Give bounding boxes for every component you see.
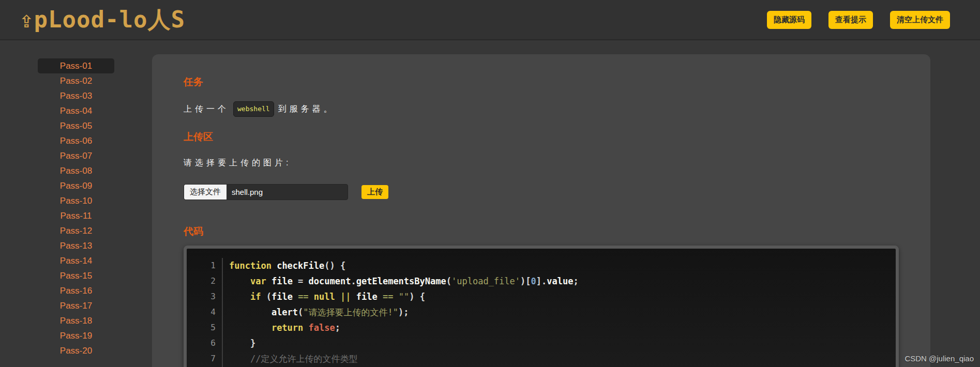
line-number: 4 — [187, 304, 223, 320]
webshell-code-badge: webshell — [233, 101, 274, 117]
code-text: function checkFile() { — [223, 258, 345, 273]
code-heading: 代码 — [184, 226, 930, 237]
sidebar-item-pass-02[interactable]: Pass-02 — [38, 73, 114, 88]
code-text: alert("请选择要上传的文件!"); — [223, 304, 409, 320]
code-text: return false; — [223, 320, 340, 335]
selected-filename: shell.png — [232, 188, 263, 196]
sidebar-item-pass-01[interactable]: Pass-01 — [38, 58, 114, 73]
sidebar-item-pass-13[interactable]: Pass-13 — [38, 238, 114, 253]
header-button-group: 隐藏源码查看提示清空上传文件 — [767, 11, 950, 29]
code-text: var file = document.getElementsByName('u… — [223, 273, 579, 289]
sidebar-item-pass-14[interactable]: Pass-14 — [38, 253, 114, 268]
code-block: 1function checkFile() {2 var file = docu… — [184, 246, 899, 367]
upload-prompt: 请选择要上传的图片: — [184, 157, 930, 169]
app-header: ⇪pLood-lo人S 隐藏源码查看提示清空上传文件 — [0, 0, 980, 40]
sidebar-item-pass-16[interactable]: Pass-16 — [38, 283, 114, 298]
sidebar-item-pass-08[interactable]: Pass-08 — [38, 163, 114, 178]
task-text-before: 上传一个 — [184, 104, 229, 113]
sidebar-item-pass-17[interactable]: Pass-17 — [38, 298, 114, 313]
line-number: 1 — [187, 258, 223, 273]
code-line: 3 if (file == null || file == "") { — [187, 289, 896, 304]
upload-form: 选择文件 shell.png 上传 — [184, 184, 930, 200]
code-line: 2 var file = document.getElementsByName(… — [187, 273, 896, 289]
sidebar-item-pass-09[interactable]: Pass-09 — [38, 178, 114, 193]
task-description: 上传一个webshell到服务器。 — [184, 101, 930, 117]
sidebar-item-pass-10[interactable]: Pass-10 — [38, 193, 114, 208]
file-input[interactable]: 选择文件 shell.png — [184, 184, 348, 200]
code-text: } — [223, 335, 255, 351]
code-line: 4 alert("请选择要上传的文件!"); — [187, 304, 896, 320]
sidebar-item-pass-04[interactable]: Pass-04 — [38, 103, 114, 118]
line-number: 2 — [187, 273, 223, 289]
upload-button[interactable]: 上传 — [361, 185, 388, 199]
view-hint-button[interactable]: 查看提示 — [828, 11, 873, 29]
choose-file-button[interactable]: 选择文件 — [184, 185, 227, 200]
line-number: 7 — [187, 351, 223, 366]
sidebar-nav: Pass-01Pass-02Pass-03Pass-04Pass-05Pass-… — [0, 40, 152, 358]
task-text-after: 到服务器。 — [278, 104, 335, 113]
task-heading: 任务 — [184, 77, 930, 88]
sidebar-item-pass-06[interactable]: Pass-06 — [38, 133, 114, 148]
hide-source-button[interactable]: 隐藏源码 — [767, 11, 811, 29]
code-line: 7 //定义允许上传的文件类型 — [187, 351, 896, 366]
sidebar-item-pass-20[interactable]: Pass-20 — [38, 343, 114, 358]
line-number: 3 — [187, 289, 223, 304]
csdn-watermark: CSDN @julien_qiao — [904, 354, 974, 363]
code-line: 6 } — [187, 335, 896, 351]
sidebar-item-pass-05[interactable]: Pass-05 — [38, 118, 114, 133]
code-text: if (file == null || file == "") { — [223, 289, 425, 304]
line-number: 5 — [187, 320, 223, 335]
clear-uploads-button[interactable]: 清空上传文件 — [890, 11, 950, 29]
sidebar-item-pass-15[interactable]: Pass-15 — [38, 268, 114, 283]
code-line: 5 return false; — [187, 320, 896, 335]
sidebar-item-pass-18[interactable]: Pass-18 — [38, 313, 114, 328]
sidebar-item-pass-12[interactable]: Pass-12 — [38, 223, 114, 238]
main-panel: 任务 上传一个webshell到服务器。 上传区 请选择要上传的图片: 选择文件… — [152, 54, 930, 367]
sidebar-item-pass-03[interactable]: Pass-03 — [38, 88, 114, 103]
upload-area-heading: 上传区 — [184, 131, 930, 143]
code-line: 1function checkFile() { — [187, 258, 896, 273]
app-logo: ⇪pLood-lo人S — [20, 0, 185, 40]
sidebar-item-pass-11[interactable]: Pass-11 — [38, 208, 114, 223]
sidebar-item-pass-07[interactable]: Pass-07 — [38, 148, 114, 163]
sidebar-item-pass-19[interactable]: Pass-19 — [38, 328, 114, 343]
code-text: //定义允许上传的文件类型 — [223, 351, 357, 366]
line-number: 6 — [187, 335, 223, 351]
